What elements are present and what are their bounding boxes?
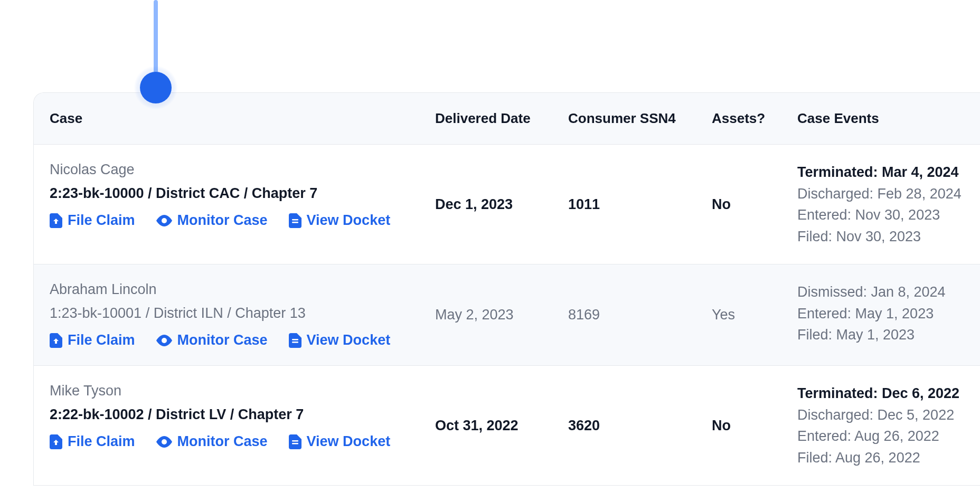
cell-delivered-date: Dec 1, 2023	[435, 162, 568, 247]
case-event: Dismissed: Jan 8, 2024	[797, 281, 964, 303]
case-event: Terminated: Dec 6, 2022	[797, 383, 964, 404]
column-header-ssn4[interactable]: Consumer SSN4	[568, 110, 712, 127]
svg-rect-4	[292, 339, 298, 340]
case-id: 2:22-bk-10002 / District LV / Chapter 7	[50, 406, 435, 423]
cell-case-events: Dismissed: Jan 8, 2024Entered: May 1, 20…	[797, 281, 964, 348]
pointer-line	[154, 0, 158, 76]
svg-rect-2	[292, 222, 298, 223]
consumer-name: Nicolas Cage	[50, 162, 435, 178]
consumer-name: Abraham Lincoln	[50, 281, 435, 298]
cell-assets: Yes	[712, 281, 797, 348]
cell-delivered-date: Oct 31, 2022	[435, 383, 568, 468]
case-event: Discharged: Feb 28, 2024	[797, 183, 964, 205]
case-actions: File ClaimMonitor CaseView Docket	[50, 433, 435, 450]
case-id: 1:23-bk-10001 / District ILN / Chapter 1…	[50, 305, 435, 321]
cell-ssn4: 3620	[568, 383, 712, 468]
svg-rect-5	[292, 342, 298, 343]
monitor-case-button[interactable]: Monitor Case	[156, 433, 268, 450]
case-event: Terminated: Mar 4, 2024	[797, 162, 964, 183]
cell-assets: No	[712, 162, 797, 247]
cell-case: Mike Tyson2:22-bk-10002 / District LV / …	[50, 383, 435, 468]
case-event: Filed: Aug 26, 2022	[797, 447, 964, 469]
cell-assets: No	[712, 383, 797, 468]
monitor-case-button[interactable]: Monitor Case	[156, 332, 268, 348]
table-row: Abraham Lincoln1:23-bk-10001 / District …	[34, 264, 980, 366]
case-table: Case Delivered Date Consumer SSN4 Assets…	[33, 92, 980, 486]
case-event: Filed: Nov 30, 2023	[797, 226, 964, 248]
action-label: Monitor Case	[177, 212, 268, 229]
action-label: File Claim	[68, 332, 135, 348]
cell-case-events: Terminated: Mar 4, 2024Discharged: Feb 2…	[797, 162, 964, 247]
document-icon	[289, 434, 301, 449]
view-docket-button[interactable]: View Docket	[289, 332, 391, 348]
case-event: Entered: May 1, 2023	[797, 303, 964, 325]
eye-icon	[156, 335, 172, 346]
column-header-delivered[interactable]: Delivered Date	[435, 110, 568, 127]
document-icon	[289, 213, 301, 228]
case-event: Entered: Aug 26, 2022	[797, 425, 964, 447]
cell-case: Abraham Lincoln1:23-bk-10001 / District …	[50, 281, 435, 348]
action-label: View Docket	[307, 433, 391, 450]
cell-ssn4: 1011	[568, 162, 712, 247]
file-claim-button[interactable]: File Claim	[50, 332, 135, 348]
table-header-row: Case Delivered Date Consumer SSN4 Assets…	[34, 93, 980, 145]
cell-delivered-date: May 2, 2023	[435, 281, 568, 348]
cell-case: Nicolas Cage2:23-bk-10000 / District CAC…	[50, 162, 435, 247]
case-actions: File ClaimMonitor CaseView Docket	[50, 212, 435, 229]
case-actions: File ClaimMonitor CaseView Docket	[50, 332, 435, 348]
action-label: Monitor Case	[177, 433, 268, 450]
table-row: Nicolas Cage2:23-bk-10000 / District CAC…	[34, 145, 980, 264]
table-row: Mike Tyson2:22-bk-10002 / District LV / …	[34, 366, 980, 486]
cell-case-events: Terminated: Dec 6, 2022Discharged: Dec 5…	[797, 383, 964, 468]
action-label: File Claim	[68, 212, 135, 229]
column-header-case[interactable]: Case	[50, 110, 435, 127]
svg-rect-7	[292, 440, 298, 442]
action-label: Monitor Case	[177, 332, 268, 348]
action-label: File Claim	[68, 433, 135, 450]
document-icon	[289, 333, 301, 348]
action-label: View Docket	[307, 212, 391, 229]
case-event: Discharged: Dec 5, 2022	[797, 404, 964, 426]
upload-file-icon	[50, 213, 62, 228]
svg-rect-1	[292, 219, 298, 221]
column-header-events[interactable]: Case Events	[797, 110, 964, 127]
case-event: Entered: Nov 30, 2023	[797, 204, 964, 226]
view-docket-button[interactable]: View Docket	[289, 433, 391, 450]
svg-point-6	[162, 439, 167, 444]
action-label: View Docket	[307, 332, 391, 348]
case-event: Filed: May 1, 2023	[797, 324, 964, 346]
file-claim-button[interactable]: File Claim	[50, 212, 135, 229]
cell-ssn4: 8169	[568, 281, 712, 348]
eye-icon	[156, 215, 172, 226]
view-docket-button[interactable]: View Docket	[289, 212, 391, 229]
monitor-case-button[interactable]: Monitor Case	[156, 212, 268, 229]
case-id: 2:23-bk-10000 / District CAC / Chapter 7	[50, 185, 435, 202]
upload-file-icon	[50, 333, 62, 348]
svg-point-3	[162, 338, 167, 343]
svg-rect-8	[292, 443, 298, 444]
consumer-name: Mike Tyson	[50, 383, 435, 399]
eye-icon	[156, 436, 172, 448]
column-header-assets[interactable]: Assets?	[712, 110, 797, 127]
svg-point-0	[162, 218, 167, 223]
pointer-dot-icon	[140, 72, 172, 103]
file-claim-button[interactable]: File Claim	[50, 433, 135, 450]
upload-file-icon	[50, 434, 62, 449]
